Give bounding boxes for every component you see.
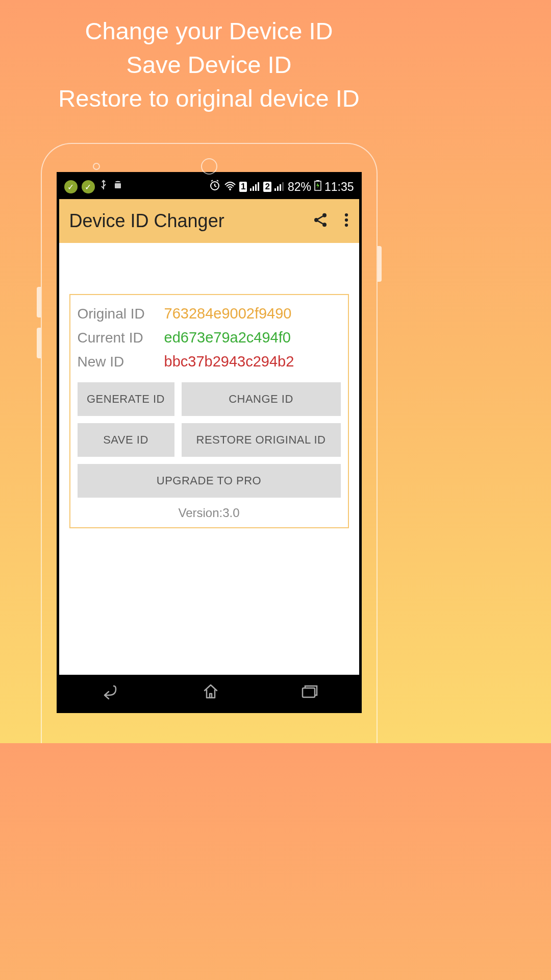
volume-up-button bbox=[37, 287, 41, 317]
android-icon bbox=[112, 179, 123, 194]
camera-circle bbox=[201, 158, 217, 175]
share-icon[interactable] bbox=[312, 212, 329, 230]
svg-rect-14 bbox=[316, 180, 319, 181]
new-id-value: bbc37b2943c294b2 bbox=[164, 353, 294, 370]
side-buttons-right bbox=[378, 246, 382, 282]
svg-rect-21 bbox=[303, 688, 315, 697]
svg-point-18 bbox=[344, 213, 347, 216]
svg-point-4 bbox=[229, 188, 231, 190]
more-icon[interactable] bbox=[344, 212, 349, 230]
svg-rect-9 bbox=[274, 188, 276, 191]
promo-headline: Change your Device ID Save Device ID Res… bbox=[0, 0, 418, 125]
status-left-icons: ✓ ✓ bbox=[64, 179, 123, 194]
promo-line-1: Change your Device ID bbox=[10, 14, 408, 48]
restore-original-id-button[interactable]: RESTORE ORIGINAL ID bbox=[182, 423, 341, 457]
svg-rect-11 bbox=[280, 184, 281, 191]
side-buttons-left bbox=[37, 287, 41, 369]
svg-rect-5 bbox=[250, 188, 252, 191]
signal-icon bbox=[274, 180, 285, 194]
app-content: Original ID 763284e9002f9490 Current ID … bbox=[59, 243, 359, 675]
svg-rect-7 bbox=[255, 184, 257, 191]
notification-icon: ✓ bbox=[64, 180, 78, 193]
sim-badge-icon: 1 bbox=[239, 182, 247, 192]
svg-rect-10 bbox=[277, 186, 279, 191]
new-id-row: New ID bbc37b2943c294b2 bbox=[78, 353, 341, 370]
svg-point-17 bbox=[322, 223, 327, 227]
save-id-button[interactable]: SAVE ID bbox=[78, 423, 174, 457]
recent-apps-icon[interactable] bbox=[300, 684, 319, 701]
back-icon[interactable] bbox=[99, 683, 121, 702]
power-button bbox=[378, 246, 382, 282]
app-title: Device ID Changer bbox=[69, 210, 224, 232]
battery-icon bbox=[314, 180, 321, 194]
phone-top-hardware bbox=[42, 158, 377, 175]
original-id-label: Original ID bbox=[78, 306, 164, 322]
alarm-icon bbox=[209, 179, 221, 194]
button-grid: GENERATE ID CHANGE ID SAVE ID RESTORE OR… bbox=[78, 382, 341, 498]
signal-icon bbox=[250, 180, 260, 194]
battery-percent: 82% bbox=[288, 180, 311, 194]
app-bar-actions bbox=[312, 212, 349, 230]
current-id-value: ed673e79a2c494f0 bbox=[164, 329, 291, 346]
current-id-label: Current ID bbox=[78, 330, 164, 346]
generate-id-button[interactable]: GENERATE ID bbox=[78, 382, 174, 416]
app-bar: Device ID Changer bbox=[59, 199, 359, 243]
promo-line-2: Save Device ID bbox=[10, 48, 408, 82]
nav-bar bbox=[59, 675, 359, 710]
volume-down-button bbox=[37, 328, 41, 358]
svg-rect-12 bbox=[282, 182, 284, 191]
svg-point-20 bbox=[344, 224, 347, 227]
svg-rect-8 bbox=[258, 182, 259, 191]
original-id-value: 763284e9002f9490 bbox=[164, 305, 292, 322]
svg-rect-0 bbox=[115, 183, 121, 188]
speaker-dot bbox=[93, 163, 100, 170]
wifi-icon bbox=[224, 180, 236, 194]
change-id-button[interactable]: CHANGE ID bbox=[182, 382, 341, 416]
phone-screen: ✓ ✓ 1 2 82% 11:35 Device ID Changer bbox=[57, 172, 362, 713]
clock-time: 11:35 bbox=[324, 180, 354, 194]
svg-point-19 bbox=[344, 218, 347, 222]
svg-point-16 bbox=[314, 218, 318, 222]
promo-line-3: Restore to original device ID bbox=[10, 82, 408, 115]
sim-badge-icon: 2 bbox=[263, 182, 271, 192]
home-icon[interactable] bbox=[202, 682, 220, 703]
notification-icon: ✓ bbox=[82, 180, 95, 193]
phone-frame: ✓ ✓ 1 2 82% 11:35 Device ID Changer bbox=[41, 143, 378, 743]
new-id-label: New ID bbox=[78, 354, 164, 370]
status-bar: ✓ ✓ 1 2 82% 11:35 bbox=[59, 175, 359, 199]
svg-rect-6 bbox=[253, 186, 254, 191]
upgrade-to-pro-button[interactable]: UPGRADE TO PRO bbox=[78, 464, 341, 498]
version-label: Version:3.0 bbox=[78, 506, 341, 520]
status-right-icons: 1 2 82% 11:35 bbox=[209, 179, 354, 194]
info-card: Original ID 763284e9002f9490 Current ID … bbox=[69, 294, 349, 528]
current-id-row: Current ID ed673e79a2c494f0 bbox=[78, 329, 341, 346]
usb-icon bbox=[99, 179, 108, 194]
original-id-row: Original ID 763284e9002f9490 bbox=[78, 305, 341, 322]
svg-point-15 bbox=[322, 213, 327, 217]
